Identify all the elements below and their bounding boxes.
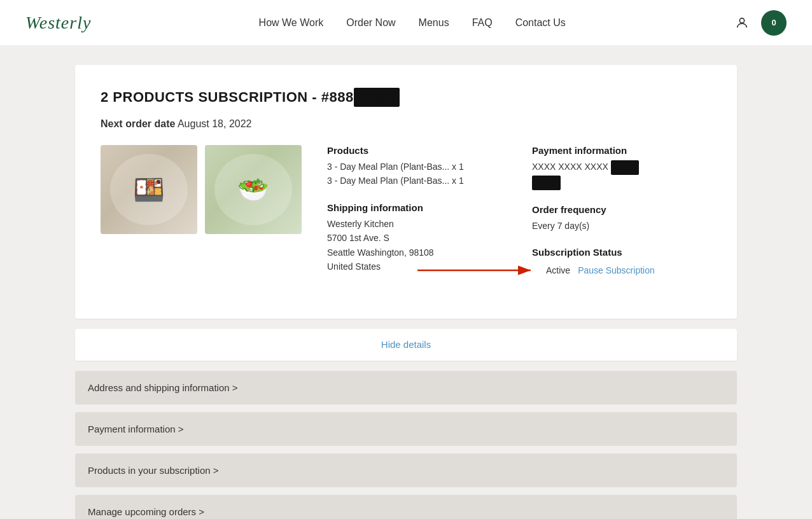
- shipping-address1: 5700 1st Ave. S: [327, 231, 507, 245]
- accordion-upcoming-orders[interactable]: Manage upcoming orders >: [75, 495, 737, 519]
- payment-section: Payment information XXXX XXXX XXXX XXXX …: [532, 145, 711, 190]
- details-content: Products 3 - Day Meal Plan (Plant-Bas...…: [327, 145, 711, 293]
- payment-redacted-2: XXXX: [532, 176, 561, 190]
- food-decoration-2: 🥗: [214, 154, 292, 225]
- shipping-label: Shipping information: [327, 202, 507, 213]
- frequency-value: Every 7 day(s): [532, 219, 711, 233]
- product-image-2: 🥗: [205, 145, 302, 234]
- products-section: Products 3 - Day Meal Plan (Plant-Bas...…: [327, 145, 507, 188]
- product-1: 3 - Day Meal Plan (Plant-Bas... x 1: [327, 160, 507, 174]
- arrow-annotation: [411, 261, 538, 279]
- hide-details-bar: Hide details: [75, 329, 737, 361]
- products-label: Products: [327, 145, 507, 156]
- details-right: Payment information XXXX XXXX XXXX XXXX …: [532, 145, 711, 293]
- subscription-title: 2 PRODUCTS SUBSCRIPTION - #888XXXX: [101, 88, 711, 107]
- product-image-1: 🍱: [101, 145, 197, 234]
- status-row: Active Pause Subscription: [532, 261, 711, 279]
- subscription-card: 2 PRODUCTS SUBSCRIPTION - #888XXXX Next …: [75, 65, 737, 319]
- main-nav: How We Work Order Now Menus FAQ Contact …: [259, 17, 566, 29]
- details-row: 🍱 🥗 Products 3 - Day Meal Plan (Plant-Ba…: [101, 145, 711, 293]
- shipping-address2: Seattle Washington, 98108: [327, 246, 507, 260]
- nav-how-we-work[interactable]: How We Work: [259, 17, 324, 29]
- svg-point-0: [739, 18, 744, 22]
- status-active: Active: [546, 263, 570, 277]
- cart-icon[interactable]: 0: [761, 10, 787, 36]
- payment-value: XXXX XXXX XXXX XXXX XXXX: [532, 160, 711, 190]
- title-redacted: XXXX: [354, 88, 400, 107]
- hide-details-link[interactable]: Hide details: [381, 339, 431, 350]
- nav-order-now[interactable]: Order Now: [346, 17, 395, 29]
- next-order-date: August 18, 2022: [178, 118, 252, 129]
- accordion-address[interactable]: Address and shipping information >: [75, 371, 737, 405]
- nav-menus[interactable]: Menus: [419, 17, 449, 29]
- nav-faq[interactable]: FAQ: [472, 17, 493, 29]
- accordion-products[interactable]: Products in your subscription >: [75, 453, 737, 487]
- status-label: Subscription Status: [532, 247, 711, 258]
- next-order-label: Next order date: [101, 118, 175, 129]
- product-2: 3 - Day Meal Plan (Plant-Bas... x 1: [327, 174, 507, 188]
- nav-contact-us[interactable]: Contact Us: [515, 17, 566, 29]
- payment-redacted-1: XXXX: [611, 160, 640, 175]
- accordion-payment[interactable]: Payment information >: [75, 412, 737, 446]
- site-logo[interactable]: Westerly: [25, 13, 91, 33]
- shipping-name: Westerly Kitchen: [327, 217, 507, 231]
- frequency-section: Order frequency Every 7 day(s): [532, 204, 711, 233]
- food-decoration-1: 🍱: [110, 154, 188, 225]
- status-section: Subscription Status: [532, 247, 711, 279]
- product-images: 🍱 🥗: [101, 145, 302, 234]
- payment-label: Payment information: [532, 145, 711, 156]
- frequency-label: Order frequency: [532, 204, 711, 215]
- pause-subscription-link[interactable]: Pause Subscription: [578, 265, 655, 275]
- account-icon[interactable]: [733, 14, 751, 32]
- next-order-row: Next order date August 18, 2022: [101, 118, 711, 130]
- cart-count: 0: [771, 18, 776, 27]
- header-icons: 0: [733, 10, 787, 36]
